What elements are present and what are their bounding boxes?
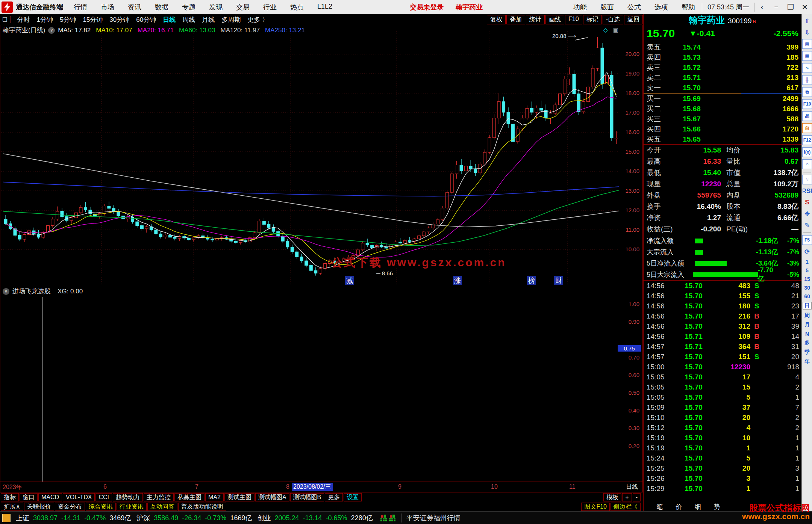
chevron-down-icon[interactable]: ∨ bbox=[48, 27, 55, 34]
tick-row[interactable]: 14:5615.70216B17 bbox=[644, 311, 801, 321]
tick-row[interactable]: 15:1915.7011 bbox=[644, 443, 801, 453]
index-name[interactable]: 上证 bbox=[16, 513, 29, 522]
menu-item-功能[interactable]: 功能 bbox=[567, 3, 594, 12]
scroll-down-icon[interactable]: ⇩ bbox=[803, 28, 812, 37]
tab-+[interactable]: + bbox=[622, 493, 632, 501]
period-更多 〉[interactable]: 更多 〉 bbox=[247, 15, 268, 24]
tick-list[interactable]: 14:5615.70483S4814:5615.70155S2114:5615.… bbox=[644, 281, 801, 494]
tab-趋势动力[interactable]: 趋势动力 bbox=[113, 493, 143, 501]
tick-row[interactable]: 15:2915.7011 bbox=[644, 483, 801, 494]
strip-period-多[interactable]: 多 bbox=[804, 340, 810, 346]
bid-row[interactable]: 买四15.661720 bbox=[644, 124, 801, 134]
menu-item-L1L2[interactable]: L1L2 bbox=[311, 3, 339, 12]
tick-row[interactable]: 15:2415.7051 bbox=[644, 453, 801, 463]
tick-row[interactable]: 15:1015.70202 bbox=[644, 412, 801, 423]
tick-row[interactable]: 15:0515.70152 bbox=[644, 382, 801, 392]
layout-icon[interactable]: ❏ bbox=[2, 16, 11, 23]
tab-普及版功能说明[interactable]: 普及版功能说明 bbox=[178, 503, 226, 511]
period-周线[interactable]: 周线 bbox=[182, 15, 195, 24]
tab-图文F10[interactable]: 图文F10 bbox=[581, 503, 610, 511]
tab-CCI[interactable]: CCI bbox=[95, 493, 112, 501]
back-button[interactable]: ‹ bbox=[755, 3, 769, 12]
menu-item-数据[interactable]: 数据 bbox=[148, 3, 175, 12]
bid-row[interactable]: 买五15.651339 bbox=[644, 134, 801, 144]
strip-period-15[interactable]: 15 bbox=[804, 276, 810, 282]
toolbar-button--自选[interactable]: -自选 bbox=[603, 15, 623, 24]
tick-row[interactable]: 14:5615.70312B39 bbox=[644, 321, 801, 331]
formula-icon[interactable]: f(x) bbox=[802, 147, 812, 157]
strip-period-月[interactable]: 月 bbox=[804, 322, 810, 328]
diamond-icon[interactable]: ◇ bbox=[603, 27, 608, 33]
strip-period-年[interactable]: 年 bbox=[804, 358, 810, 365]
f10-icon[interactable]: F10 bbox=[802, 99, 812, 109]
period-5分钟[interactable]: 5分钟 bbox=[60, 15, 76, 24]
trend-line-icon[interactable]: ∿ bbox=[802, 63, 812, 73]
toolbar-button-返回[interactable]: 返回 bbox=[624, 15, 643, 24]
circle-icon[interactable]: ○ bbox=[802, 159, 812, 169]
menu-item-行业[interactable]: 行业 bbox=[256, 3, 283, 12]
menu-item-选项[interactable]: 选项 bbox=[648, 3, 675, 12]
minimize-button[interactable]: − bbox=[769, 3, 783, 12]
toolbar-button-标记[interactable]: 标记 bbox=[583, 15, 602, 24]
bid-row[interactable]: 买二15.681666 bbox=[644, 104, 801, 114]
tick-row[interactable]: 14:5715.70151S20 bbox=[644, 352, 801, 362]
bid-row[interactable]: 买三15.67588 bbox=[644, 114, 801, 124]
tab-指标[interactable]: 指标 bbox=[1, 493, 19, 501]
axis-period-box[interactable]: 日线 bbox=[622, 482, 642, 491]
toolbar-button-复权[interactable]: 复权 bbox=[487, 15, 506, 24]
tab-关联报价[interactable]: 关联报价 bbox=[24, 503, 54, 511]
tab-VOL-TDX[interactable]: VOL-TDX bbox=[63, 493, 95, 501]
tick-row[interactable]: 14:5615.70180S23 bbox=[644, 301, 801, 311]
s-icon[interactable]: S bbox=[803, 198, 812, 207]
maximize-button[interactable]: ❐ bbox=[783, 3, 798, 12]
tab-综合资讯[interactable]: 综合资讯 bbox=[86, 503, 116, 511]
ask-row[interactable]: 卖二15.71213 bbox=[644, 72, 801, 83]
tab-MACD[interactable]: MACD bbox=[38, 493, 62, 501]
refresh-icon[interactable]: ⟳ bbox=[803, 247, 812, 256]
self-select-icon[interactable]: 自 bbox=[802, 123, 812, 133]
current-stock-label[interactable]: 翰宇药业 bbox=[450, 3, 489, 12]
indicator-panel[interactable]: ∨ 进场飞龙选股 XG: 0.00 1.000.900.700.600.500.… bbox=[0, 286, 643, 482]
tick-row[interactable]: 14:5615.71109B14 bbox=[644, 331, 801, 341]
tick-row[interactable]: 14:5615.70155S21 bbox=[644, 291, 801, 301]
tab-互动问答[interactable]: 互动问答 bbox=[147, 503, 177, 511]
tape-tab-价[interactable]: 价 bbox=[676, 503, 682, 511]
strip-period-60[interactable]: 60 bbox=[804, 293, 810, 299]
ask-row[interactable]: 卖一15.70617 bbox=[644, 83, 801, 93]
menu-item-公式[interactable]: 公式 bbox=[621, 3, 648, 12]
pencil-icon[interactable]: ✎ bbox=[803, 220, 812, 230]
chart-corner-icons[interactable]: ◇ ▣ bbox=[603, 27, 618, 33]
tick-row[interactable]: 15:1215.7042 bbox=[644, 423, 801, 433]
period-15分钟[interactable]: 15分钟 bbox=[83, 15, 103, 24]
menu-item-交易[interactable]: 交易 bbox=[229, 3, 256, 12]
menu-item-热点[interactable]: 热点 bbox=[283, 3, 311, 12]
close-button[interactable]: ✕ bbox=[798, 3, 812, 12]
tab-更多[interactable]: 更多 bbox=[325, 493, 343, 501]
tab-测试幅图B[interactable]: 测试幅图B bbox=[290, 493, 324, 501]
toolbar-button-统计[interactable]: 统计 bbox=[526, 15, 545, 24]
strip-period-N[interactable]: N bbox=[805, 331, 809, 337]
toolbar-button-画线[interactable]: 画线 bbox=[545, 15, 564, 24]
tab-测试主图[interactable]: 测试主图 bbox=[224, 493, 255, 501]
tick-row[interactable]: 15:0515.7051 bbox=[644, 392, 801, 402]
menu-item-发现[interactable]: 发现 bbox=[202, 3, 229, 12]
move-icon[interactable]: ✥ bbox=[803, 209, 812, 218]
scroll-up-icon[interactable]: ⇧ bbox=[803, 17, 812, 26]
index-name[interactable]: 沪深 bbox=[136, 513, 150, 522]
toolbar-button-F10[interactable]: F10 bbox=[565, 15, 582, 24]
multi-page-icon[interactable]: ⧉ bbox=[802, 87, 812, 97]
tick-row[interactable]: 15:2515.70203 bbox=[644, 463, 801, 473]
structure-icon[interactable]: 品 bbox=[802, 111, 812, 121]
tab-MA2[interactable]: MA2 bbox=[205, 493, 224, 501]
menu-item-资讯[interactable]: 资讯 bbox=[121, 3, 148, 12]
bid-row[interactable]: 买一15.692499 bbox=[644, 94, 801, 104]
wave-icon[interactable]: ≈ bbox=[802, 175, 812, 184]
tab--[interactable]: - bbox=[633, 493, 641, 501]
period-分时[interactable]: 分时 bbox=[17, 15, 30, 24]
status-folder-icon[interactable] bbox=[2, 514, 11, 522]
strip-period-1[interactable]: 1 bbox=[806, 259, 809, 265]
quote-grid-icon[interactable]: ▦ bbox=[802, 51, 812, 61]
toolbar-button-叠加[interactable]: 叠加 bbox=[506, 15, 525, 24]
tab-私募主图[interactable]: 私募主图 bbox=[174, 493, 205, 501]
tick-row[interactable]: 15:0915.70377 bbox=[644, 402, 801, 412]
